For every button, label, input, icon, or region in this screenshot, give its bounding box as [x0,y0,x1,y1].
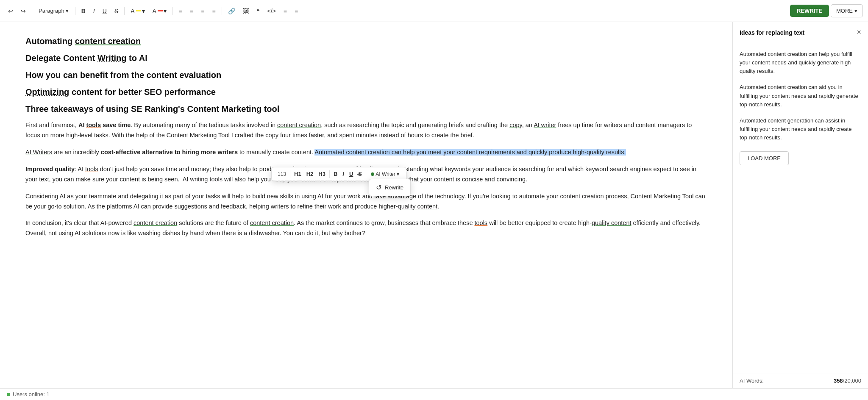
bottom-bar: Users online: 1 [0,388,868,400]
quote-button[interactable]: ❝ [253,6,263,17]
redo-button[interactable]: ↪ [18,6,29,17]
heading-4: Optimizing content for better SEO perfor… [25,86,707,97]
text-color-button[interactable]: A ▾ [150,6,170,17]
char-count: 113 [275,169,289,179]
highlight-icon: A [131,8,134,14]
chevron-down-icon: ▾ [66,8,69,14]
rewrite-popup-label: Rewrite [385,184,403,191]
more-button[interactable]: MORE ▾ [831,4,863,17]
inline-h3-button[interactable]: H3 [316,169,328,179]
right-panel-header: Ideas for replacing text × [733,22,868,43]
bold-button[interactable]: B [78,6,89,17]
rewrite-icon: ↺ [376,183,381,192]
align-left-button[interactable]: ≡ [176,6,185,17]
selected-text: Automated content creation can help you … [314,149,626,156]
unordered-list-button[interactable]: ≡ [281,6,290,17]
highlight-button[interactable]: A ▾ [128,6,147,17]
strikethrough-button[interactable]: S [111,6,121,17]
editor-area[interactable]: Automating content creation Delegate Con… [0,22,732,388]
ai-words-count: 358/20,000 [834,378,861,384]
users-online: Users online: 1 [7,391,50,397]
right-panel-title: Ideas for replacing text [740,29,804,36]
chevron-down-icon-ai: ▾ [397,171,399,177]
close-panel-button[interactable]: × [857,28,861,37]
toolbar-separator-5 [222,7,222,15]
heading-3: How you can benefit from the content eva… [25,69,707,81]
toolbar: ↩ ↪ Paragraph ▾ B I U S A ▾ A ▾ ≡ ≡ ≡ ≡ … [0,0,868,22]
paragraph-5: In conclusion, it's clear that AI-powere… [25,218,707,239]
text-color-icon: A [153,8,156,14]
link-button[interactable]: 🔗 [225,6,238,17]
heading-2: Delegate Content Writing to AI [25,53,707,64]
load-more-button[interactable]: LOAD MORE [740,151,789,165]
words-used: 358 [834,378,843,384]
image-button[interactable]: 🖼 [240,6,252,17]
chevron-down-icon-highlight: ▾ [142,8,145,14]
align-right-button[interactable]: ≡ [198,6,207,17]
words-total: 20,000 [844,378,861,384]
inline-underline-button[interactable]: U [347,169,356,179]
ai-writer-icon [371,172,374,176]
suggestion-item-3[interactable]: Automated content generation can assist … [740,117,861,142]
heading-1: Automating content creation [25,36,707,47]
align-center-button[interactable]: ≡ [187,6,196,17]
justify-button[interactable]: ≡ [209,6,218,17]
ai-writer-label: AI Writer [376,171,395,177]
toolbar-separator-2 [75,7,75,15]
paragraph-4: Considering AI as your teammate and dele… [25,192,707,212]
toolbar-separator-4 [172,7,173,15]
code-button[interactable]: </> [264,6,279,17]
paragraph-1: First and foremost, AI tools save time. … [25,120,707,141]
rewrite-button[interactable]: REWRITE [790,5,829,17]
inline-h2-button[interactable]: H2 [304,169,316,179]
ordered-list-button[interactable]: ≡ [292,6,301,17]
inline-h1-button[interactable]: H1 [292,169,304,179]
paragraph-2: AI Writers are an incredibly cost-effect… [25,147,707,158]
paragraph-dropdown[interactable]: Paragraph ▾ [35,6,72,16]
suggestion-item-1[interactable]: Automated content creation can help you … [740,50,861,75]
right-panel-content: Automated content creation can help you … [733,43,868,373]
online-dot [7,393,10,396]
chevron-down-icon-color: ▾ [164,8,167,14]
inline-italic-button[interactable]: I [340,169,347,179]
users-online-label: Users online: 1 [13,391,50,397]
suggestion-item-2[interactable]: Automated content creation can aid you i… [740,83,861,108]
ai-writer-button[interactable]: AI Writer ▾ [367,169,402,179]
italic-button[interactable]: I [90,6,98,17]
toolbar-separator-1 [32,7,32,15]
ai-words-label: AI Words: [740,378,764,384]
chevron-down-icon-more: ▾ [854,8,857,14]
rewrite-popup[interactable]: ↺ Rewrite [369,179,411,196]
inline-bold-button[interactable]: B [331,169,340,179]
inline-strikethrough-button[interactable]: S̶ [356,169,364,179]
heading-5: Three takeaways of using SE Ranking's Co… [25,103,707,114]
right-panel-footer: AI Words: 358/20,000 [733,373,868,388]
main-layout: Automating content creation Delegate Con… [0,22,868,388]
underline-button[interactable]: U [100,6,110,17]
right-panel: Ideas for replacing text × Automated con… [732,22,868,388]
toolbar-separator-3 [124,7,125,15]
paragraph-label: Paragraph [39,8,64,14]
more-label: MORE [836,8,853,14]
undo-button[interactable]: ↩ [5,6,16,17]
